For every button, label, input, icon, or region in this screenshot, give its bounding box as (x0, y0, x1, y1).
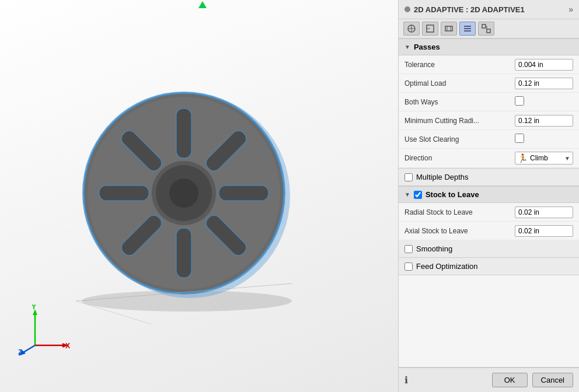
axis-indicator: Y X Z (18, 304, 70, 357)
stock-to-leave-arrow: ▼ (404, 191, 410, 198)
axial-stock-row: Axial Stock to Leave (399, 222, 579, 240)
use-slot-clearing-label: Use Slot Clearing (404, 135, 515, 144)
optimal-load-label: Optimal Load (404, 79, 515, 88)
smoothing-label: Smoothing (416, 244, 452, 253)
direction-row: Direction 🏃 Climb ▼ (399, 149, 579, 168)
direction-label: Direction (404, 154, 515, 162)
use-slot-clearing-row: Use Slot Clearing (399, 130, 579, 149)
svg-rect-44 (482, 24, 486, 28)
axial-stock-label: Axial Stock to Leave (404, 227, 515, 235)
radial-stock-row: Radial Stock to Leave (399, 203, 579, 222)
dropdown-arrow-icon: ▼ (564, 155, 570, 162)
tolerance-label: Tolerance (404, 61, 515, 69)
svg-rect-5 (176, 108, 191, 158)
smoothing-checkbox[interactable] (404, 245, 413, 253)
axial-stock-value[interactable] (515, 225, 573, 237)
ok-button[interactable]: OK (492, 373, 528, 387)
title-bar-left: 2D ADAPTIVE : 2D ADAPTIVE1 (404, 5, 525, 14)
passes-section-header[interactable]: ▼ Passes (399, 38, 579, 55)
radial-stock-value[interactable] (515, 206, 573, 218)
tolerance-row: Tolerance (399, 55, 579, 74)
axial-stock-input[interactable] (515, 225, 573, 237)
cancel-button[interactable]: Cancel (532, 373, 573, 387)
both-ways-checkbox[interactable] (515, 96, 524, 106)
tool-button[interactable] (403, 22, 420, 36)
heights-button[interactable] (441, 22, 457, 36)
passes-label: Passes (414, 43, 440, 51)
direction-dropdown[interactable]: 🏃 Climb ▼ (515, 152, 573, 164)
tolerance-value[interactable] (515, 59, 573, 71)
optimal-load-value[interactable] (515, 78, 573, 89)
heights-icon (444, 24, 454, 33)
svg-rect-11 (99, 186, 149, 201)
tolerance-input[interactable] (515, 59, 573, 71)
min-cutting-radius-label: Minimum Cutting Radi... (404, 117, 515, 125)
geometry-icon (425, 24, 435, 33)
svg-rect-38 (445, 26, 452, 31)
linking-icon (482, 24, 491, 33)
min-cutting-radius-input[interactable] (515, 115, 573, 127)
min-cutting-radius-row: Minimum Cutting Radi... (399, 111, 579, 130)
multiple-depths-checkbox[interactable] (404, 173, 413, 181)
passes-button[interactable] (459, 22, 476, 36)
multiple-depths-row: Multiple Depths (399, 168, 579, 186)
passes-arrow: ▼ (404, 44, 410, 50)
title-bar: 2D ADAPTIVE : 2D ADAPTIVE1 » (399, 0, 579, 19)
stock-to-leave-checkbox[interactable] (414, 191, 422, 199)
smoothing-row: Smoothing (399, 240, 579, 258)
info-icon: ℹ (404, 374, 408, 386)
optimal-load-input[interactable] (515, 78, 573, 89)
geometry-button[interactable] (422, 22, 438, 36)
stock-to-leave-header[interactable]: ▼ Stock to Leave (399, 186, 579, 203)
tool-icon (407, 24, 416, 33)
toolbar (399, 19, 579, 38)
direction-text: Climb (530, 154, 548, 162)
title-dot (404, 6, 410, 12)
z-axis-label: Z (18, 348, 22, 356)
both-ways-row: Both Ways (399, 93, 579, 111)
direction-value[interactable]: 🏃 Climb ▼ (515, 152, 573, 164)
stock-to-leave-label: Stock to Leave (425, 190, 479, 199)
right-panel: 2D ADAPTIVE : 2D ADAPTIVE1 » (398, 0, 579, 392)
svg-point-23 (169, 178, 198, 208)
both-ways-label: Both Ways (404, 98, 515, 106)
svg-rect-7 (219, 186, 268, 201)
radial-stock-input[interactable] (515, 206, 573, 218)
feed-optimization-checkbox[interactable] (404, 262, 413, 271)
radial-stock-label: Radial Stock to Leave (404, 208, 515, 216)
passes-icon (463, 24, 472, 33)
viewport-area: Y X Z (0, 0, 398, 392)
direction-icon: 🏃 (518, 153, 528, 163)
bottom-bar: ℹ OK Cancel (399, 367, 579, 392)
y-axis-label: Y (32, 304, 36, 311)
expand-icon[interactable]: » (568, 5, 573, 14)
panel-content[interactable]: ▼ Passes Tolerance Optimal Load Both Way… (399, 38, 579, 367)
svg-rect-45 (487, 29, 490, 33)
3d-model (64, 68, 309, 324)
green-arrow (194, 0, 211, 12)
panel-title: 2D ADAPTIVE : 2D ADAPTIVE1 (414, 5, 525, 14)
svg-marker-32 (198, 1, 207, 8)
x-axis-label: X (65, 342, 70, 350)
optimal-load-row: Optimal Load (399, 74, 579, 93)
min-cutting-radius-value[interactable] (515, 115, 573, 127)
both-ways-value[interactable] (515, 96, 573, 107)
multiple-depths-label: Multiple Depths (416, 173, 469, 181)
svg-rect-9 (176, 228, 191, 278)
use-slot-clearing-checkbox[interactable] (515, 134, 524, 143)
feed-optimization-row: Feed Optimization (399, 258, 579, 275)
feed-optimization-label: Feed Optimization (416, 262, 478, 271)
linking-button[interactable] (478, 22, 494, 36)
use-slot-clearing-value[interactable] (515, 134, 573, 145)
